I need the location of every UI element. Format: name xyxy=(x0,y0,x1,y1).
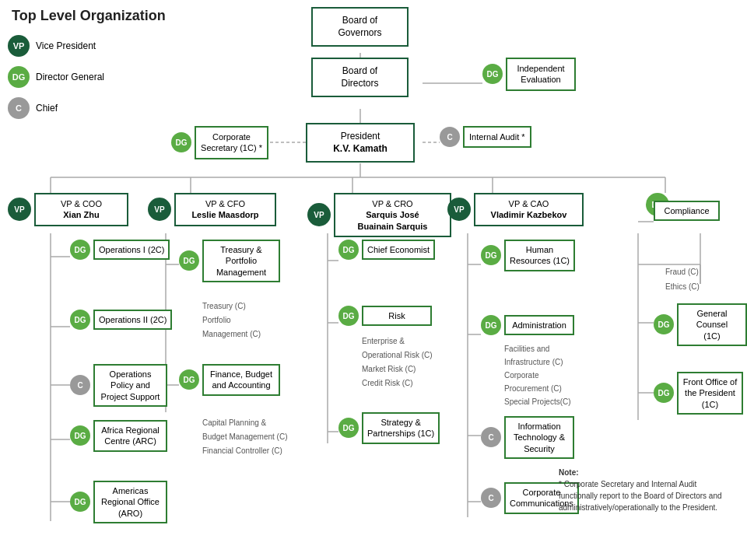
vp-cfo-node: VP VP & CFOLeslie Maasdorp xyxy=(148,193,276,226)
c-label: Chief xyxy=(36,103,58,114)
finance-subs: Capital Planning &Budget Management (C) … xyxy=(202,416,288,458)
treasury-sub-2: PortfolioManagement (C) xyxy=(202,313,261,341)
hr-node: DG HumanResources (1C) xyxy=(481,240,575,271)
front-office-node: DG Front Office ofthe President(1C) xyxy=(654,372,743,415)
ethics-text: Ethics (C) xyxy=(665,279,700,294)
vp-cao-badge: VP xyxy=(447,198,471,221)
finance-node: DG Finance, Budgetand Accounting xyxy=(179,364,280,396)
vp-cro-text: VP & CROSarquis JoséBuainain Sarquis xyxy=(358,199,428,231)
compliance-node: Compliance xyxy=(654,201,720,221)
admin-badge: DG xyxy=(481,315,501,335)
ops-policy-text: OperationsPolicy andProject Support xyxy=(101,369,160,401)
it-security-node: C InformationTechnology &Security xyxy=(481,416,574,459)
corporate-secretary-node: DG CorporateSecretary (1C) * xyxy=(171,126,268,159)
board-directors-text: Board ofDirectors xyxy=(341,65,378,89)
vp-cao-node: VP VP & CAOVladimir Kazbekov xyxy=(447,193,584,226)
finance-text: Finance, Budgetand Accounting xyxy=(210,369,272,390)
fo-text: Front Office ofthe President(1C) xyxy=(683,377,738,409)
risk-sub-2: Market Risk (C) xyxy=(362,362,433,376)
internal-audit-badge: C xyxy=(440,127,460,147)
legend-c: C Chief xyxy=(8,97,104,119)
admin-sub-3: Special Projects(C) xyxy=(504,395,571,408)
admin-subs: Facilities andInfrastructure (C) Corpora… xyxy=(504,342,571,408)
gc-text: General Counsel(1C) xyxy=(696,309,728,341)
treasury-sub-1: Treasury (C) xyxy=(202,299,261,313)
admin-sub-2: CorporateProcurement (C) xyxy=(504,369,571,395)
it-sec-text: InformationTechnology &Security xyxy=(514,422,565,453)
legend-vp: VP Vice President xyxy=(8,35,104,57)
vp-coo-node: VP VP & COOXian Zhu xyxy=(8,193,128,226)
americas-ro-text: AmericasRegional Office(ARO) xyxy=(101,486,160,518)
admin-node: DG Administration xyxy=(481,315,574,335)
fo-badge: DG xyxy=(654,383,674,403)
ops-policy-badge: C xyxy=(70,375,90,395)
vp-coo-badge: VP xyxy=(8,198,31,221)
board-governors: Board ofGovernors xyxy=(311,7,409,47)
treasury-text: Treasury &PortfolioManagement xyxy=(216,245,266,277)
board-directors: Board ofDirectors xyxy=(311,58,409,97)
risk-text: Risk xyxy=(388,311,405,320)
finance-sub-2: Financial Controller (C) xyxy=(202,444,288,458)
independent-evaluation-node: DG IndependentEvaluation xyxy=(482,58,576,91)
strategy-text: Strategy &Partnerships (1C) xyxy=(367,418,434,438)
vp-cfo-text: VP & CFOLeslie Maasdorp xyxy=(191,199,258,219)
compliance-text: Compliance xyxy=(664,206,709,215)
president-text: PresidentK.V. Kamath xyxy=(333,131,388,154)
corp-sec-text: CorporateSecretary (1C) * xyxy=(201,132,262,152)
it-sec-badge: C xyxy=(481,427,501,447)
ops2-text: Operations II (2C) xyxy=(99,315,167,324)
strategy-node: DG Strategy &Partnerships (1C) xyxy=(338,412,440,444)
vp-badge: VP xyxy=(8,35,30,57)
legend: VP Vice President DG Director General C … xyxy=(8,35,104,119)
risk-node: DG Risk xyxy=(338,306,432,326)
president-node: PresidentK.V. Kamath xyxy=(306,123,415,163)
operations2-node: DG Operations II (2C) xyxy=(70,310,172,330)
strategy-badge: DG xyxy=(338,418,359,438)
internal-audit-node: C Internal Audit * xyxy=(440,126,531,148)
hr-badge: DG xyxy=(481,245,501,265)
dg-badge: DG xyxy=(8,66,30,88)
fraud-text: Fraud (C) xyxy=(665,264,700,279)
hr-text: HumanResources (1C) xyxy=(510,245,570,265)
chief-econ-badge: DG xyxy=(338,240,359,260)
risk-sub-1: Enterprise &Operational Risk (C) xyxy=(362,334,433,362)
finance-badge: DG xyxy=(179,369,199,390)
vp-cao-text: VP & CAOVladimir Kazbekov xyxy=(491,199,567,219)
general-counsel-node: DG General Counsel(1C) xyxy=(654,303,747,346)
vp-label: Vice President xyxy=(36,40,96,51)
risk-sub-3: Credit Risk (C) xyxy=(362,376,433,390)
admin-sub-1: Facilities andInfrastructure (C) xyxy=(504,342,571,369)
chief-economist-node: DG Chief Economist xyxy=(338,240,435,260)
independent-eval-text: IndependentEvaluation xyxy=(517,64,564,84)
operations1-node: DG Operations I (2C) xyxy=(70,240,170,260)
africa-rc-badge: DG xyxy=(70,425,90,446)
note-title: Note: xyxy=(559,467,738,478)
ops2-badge: DG xyxy=(70,310,90,330)
admin-text: Administration xyxy=(512,320,566,330)
gc-badge: DG xyxy=(654,314,674,334)
vp-cfo-badge: VP xyxy=(148,198,171,221)
africa-rc-node: DG Africa RegionalCentre (ARC) xyxy=(70,420,167,452)
treasury-subs: Treasury (C) PortfolioManagement (C) xyxy=(202,299,261,341)
corp-comms-badge: C xyxy=(481,488,501,508)
ops1-text: Operations I (2C) xyxy=(99,245,164,254)
corp-sec-badge: DG xyxy=(171,132,191,152)
finance-sub-1: Capital Planning &Budget Management (C) xyxy=(202,416,288,444)
africa-rc-text: Africa RegionalCentre (ARC) xyxy=(101,425,160,446)
vp-coo-text: VP & COOXian Zhu xyxy=(61,199,102,219)
vp-cro-badge: VP xyxy=(307,203,331,226)
americas-ro-node: DG AmericasRegional Office(ARO) xyxy=(70,481,167,523)
fraud-ethics-subs: Fraud (C) Ethics (C) xyxy=(665,264,700,294)
treasury-node: DG Treasury &PortfolioManagement xyxy=(179,240,280,282)
americas-ro-badge: DG xyxy=(70,492,90,512)
ops1-badge: DG xyxy=(70,240,90,260)
internal-audit-text: Internal Audit * xyxy=(469,132,525,142)
risk-subs: Enterprise &Operational Risk (C) Market … xyxy=(362,334,433,390)
ops-policy-node: C OperationsPolicy andProject Support xyxy=(70,364,167,407)
board-governors-text: Board ofGovernors xyxy=(338,15,381,38)
independent-eval-badge: DG xyxy=(482,64,503,84)
dg-label: Director General xyxy=(36,72,104,82)
risk-badge: DG xyxy=(338,306,359,326)
treasury-badge: DG xyxy=(179,250,199,271)
note-text: * Corporate Secretary and Internal Audit… xyxy=(559,478,738,513)
